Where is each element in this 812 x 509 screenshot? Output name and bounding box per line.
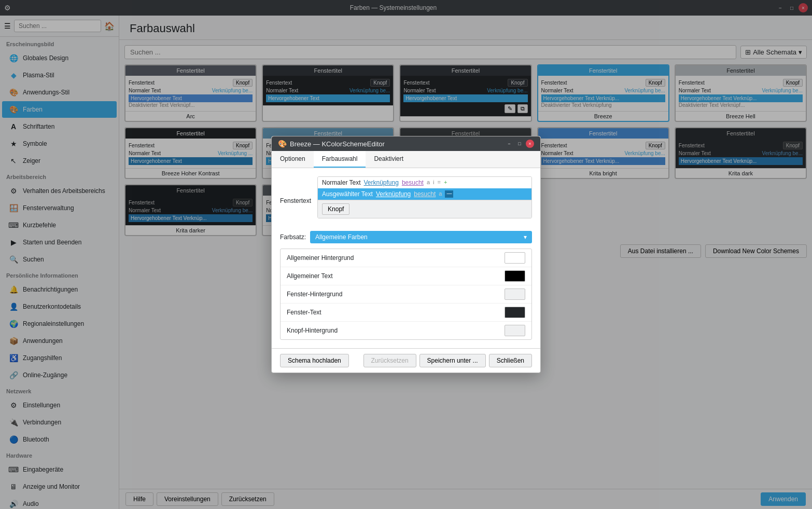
modal-maximize-button[interactable]: □ (515, 140, 524, 148)
modal-preview-section: Fenstertext Normaler Text Verknüpfung be… (280, 176, 532, 225)
color-swatch[interactable] (505, 325, 525, 336)
farbsatz-row: Farbsatz: Allgemeine Farben ▾ (280, 231, 532, 243)
color-swatch[interactable] (505, 288, 525, 300)
preview-normal-row: Normaler Text Verknüpfung besucht a i = … (318, 177, 531, 188)
modal-body: Fenstertext Normaler Text Verknüpfung be… (272, 168, 540, 348)
preview-visited2: besucht (414, 190, 436, 198)
color-item-label: Allgemeiner Hintergrund (287, 254, 354, 262)
speichern-unter-button[interactable]: Speichern unter ... (419, 354, 486, 367)
color-item-label: Knopf-Hintergrund (287, 327, 338, 334)
fenstertext-label: Fenstertext (280, 176, 311, 225)
color-item-label: Allgemeiner Text (287, 272, 333, 280)
color-item-knopf-hintergrund[interactable]: Knopf-Hintergrund (281, 322, 531, 339)
modal-footer-left: Schema hochladen (280, 354, 349, 367)
color-item-fenster-hintergrund[interactable]: Fenster-Hintergrund (281, 285, 531, 304)
preview-area: Normaler Text Verknüpfung besucht a i = … (317, 176, 532, 218)
preview-icon-plus: + (444, 179, 447, 186)
color-item-label: Fenster-Hintergrund (287, 291, 342, 298)
preview-link2: Verknüpfung (376, 190, 411, 198)
modal-footer: Schema hochladen Zurücksetzen Speichern … (272, 348, 540, 373)
preview-knopf-btn[interactable]: Knopf (322, 203, 349, 215)
modal-minimize-button[interactable]: − (505, 140, 513, 148)
tab-optionen[interactable]: Optionen (272, 151, 314, 168)
preview-icon-eq: = (438, 179, 441, 186)
color-list: Allgemeiner Hintergrund Allgemeiner Text… (280, 249, 532, 340)
farbsatz-chevron-icon: ▾ (524, 233, 527, 241)
modal-close-button[interactable]: × (526, 140, 534, 148)
color-item-allg-hintergrund[interactable]: Allgemeiner Hintergrund (281, 249, 531, 267)
farbsatz-label: Farbsatz: (280, 233, 306, 241)
color-item-fenster-text[interactable]: Fenster-Text (281, 304, 531, 322)
schema-hochladen-button[interactable]: Schema hochladen (280, 354, 349, 367)
modal-footer-right: Zurücksetzen Speichern unter ... Schließ… (363, 354, 532, 367)
preview-sel-mark: — (445, 190, 453, 198)
normal-text-label: Normaler Text (322, 179, 360, 186)
tab-farbauswahl[interactable]: Farbauswahl (314, 151, 366, 168)
preview-visited: besucht (402, 179, 424, 186)
preview-icon-i: i (433, 179, 434, 186)
farbsatz-value: Allgemeine Farben (315, 233, 368, 241)
zuruecksetzen-modal-button[interactable]: Zurücksetzen (363, 354, 416, 367)
tab-deaktiviert[interactable]: Deaktiviert (366, 151, 412, 168)
color-item-allg-text[interactable]: Allgemeiner Text (281, 267, 531, 285)
color-swatch[interactable] (505, 307, 525, 318)
modal-titlebar-controls: − □ × (505, 140, 534, 148)
preview-button-row: Knopf (318, 200, 531, 218)
modal-title: Breeze — KColorSchemeEditor (290, 140, 385, 148)
modal-overlay: 🎨 Breeze — KColorSchemeEditor − □ × Opti… (0, 0, 812, 509)
farbsatz-select[interactable]: Allgemeine Farben ▾ (310, 231, 532, 243)
preview-link1: Verknüpfung (364, 179, 399, 186)
modal-titlebar: 🎨 Breeze — KColorSchemeEditor − □ × (272, 136, 540, 151)
selected-text-label: Ausgewählter Text (322, 190, 373, 198)
color-swatch[interactable] (505, 252, 525, 264)
color-swatch[interactable] (505, 270, 525, 282)
kcolor-modal: 🎨 Breeze — KColorSchemeEditor − □ × Opti… (271, 136, 541, 373)
modal-app-icon: 🎨 (278, 140, 287, 148)
preview-icon-a: a (427, 179, 430, 186)
preview-sel-a: a (439, 190, 442, 198)
schliessen-button[interactable]: Schließen (489, 354, 532, 367)
preview-selected-row: Ausgewählter Text Verknüpfung besucht a … (318, 188, 531, 200)
color-item-label: Fenster-Text (287, 309, 321, 316)
modal-tabs: Optionen Farbauswahl Deaktiviert (272, 151, 540, 168)
